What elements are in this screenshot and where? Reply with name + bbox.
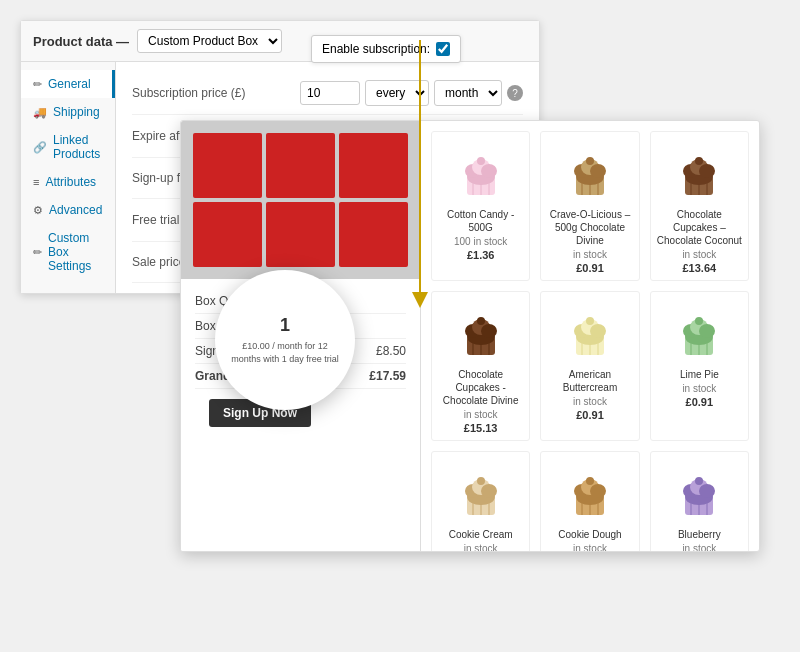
sidebar-item-shipping[interactable]: 🚚 Shipping [21, 98, 115, 126]
product-card[interactable]: Cookie Dough in stock £4.55 [540, 451, 639, 551]
tooltip-number: 1 [280, 315, 290, 336]
enable-subscription-checkbox[interactable] [436, 42, 450, 56]
sidebar-label-custom-box: Custom Box Settings [48, 231, 103, 273]
box-cell-5[interactable] [266, 202, 335, 267]
product-grid-panel: Cotton Candy - 500G 100 in stock £1.36 C… [421, 121, 759, 551]
svg-point-8 [481, 164, 497, 178]
subscription-price-row: Subscription price (£) every month day w… [132, 72, 523, 115]
product-card[interactable]: Blueberry in stock £4.55 [650, 451, 749, 551]
product-card[interactable]: Chocolate Cupcakes - Chocolate Divine in… [431, 291, 530, 441]
svg-point-9 [477, 157, 485, 165]
enable-subscription-box: Enable subscription: [311, 35, 461, 63]
product-stock: in stock [657, 383, 742, 394]
edit-icon: ✏ [33, 78, 42, 91]
product-price: £15.13 [438, 422, 523, 434]
shipping-icon: 🚚 [33, 106, 47, 119]
gear-icon: ⚙ [33, 204, 43, 217]
product-name: Crave-O-Licious – 500g Chocolate Divine [547, 208, 632, 247]
panel-sidebar: ✏ General 🚚 Shipping 🔗 Linked Products ≡… [21, 62, 116, 293]
product-stock: in stock [657, 249, 742, 260]
product-stock: in stock [438, 409, 523, 420]
svg-point-17 [590, 164, 606, 178]
box-cell-3[interactable] [339, 133, 408, 198]
subscription-help-icon[interactable]: ? [507, 85, 523, 101]
product-card[interactable]: Lime Pie in stock £0.91 [650, 291, 749, 441]
product-price: £0.91 [657, 396, 742, 408]
svg-point-72 [586, 477, 594, 485]
subscription-price-input[interactable] [300, 81, 360, 105]
product-card[interactable]: Chocolate Cupcakes – Chocolate Coconut i… [650, 131, 749, 281]
product-grid: Cotton Candy - 500G 100 in stock £1.36 C… [431, 131, 749, 551]
product-stock: in stock [657, 543, 742, 551]
attributes-icon: ≡ [33, 176, 39, 188]
sidebar-item-custom-box[interactable]: ✏ Custom Box Settings [21, 224, 115, 280]
svg-point-45 [586, 317, 594, 325]
svg-point-27 [695, 157, 703, 165]
sidebar-label-general: General [48, 77, 91, 91]
product-name: Cookie Dough [547, 528, 632, 541]
sidebar-label-advanced: Advanced [49, 203, 102, 217]
box-cell-4[interactable] [193, 202, 262, 267]
product-name: Blueberry [657, 528, 742, 541]
grand-total-value: £17.59 [369, 369, 406, 383]
product-image [438, 138, 523, 203]
svg-point-44 [590, 324, 606, 338]
svg-point-80 [699, 484, 715, 498]
product-stock: in stock [547, 543, 632, 551]
sidebar-label-linked: Linked Products [53, 133, 103, 161]
product-name: Chocolate Cupcakes – Chocolate Coconut [657, 208, 742, 247]
product-name: American Buttercream [547, 368, 632, 394]
box-grid [181, 121, 420, 279]
svg-point-62 [481, 484, 497, 498]
subscription-price-inputs: every month day week year ? [300, 80, 523, 106]
subscription-price-label: Subscription price (£) [132, 86, 292, 100]
custom-box-icon: ✏ [33, 246, 42, 259]
svg-point-71 [590, 484, 606, 498]
subscription-period-select[interactable]: month day week year [434, 80, 502, 106]
product-image [657, 298, 742, 363]
product-name: Chocolate Cupcakes - Chocolate Divine [438, 368, 523, 407]
product-name: Lime Pie [657, 368, 742, 381]
product-stock: in stock [438, 543, 523, 551]
svg-point-54 [695, 317, 703, 325]
svg-point-63 [477, 477, 485, 485]
box-cell-2[interactable] [266, 133, 335, 198]
sidebar-label-shipping: Shipping [53, 105, 100, 119]
box-cell-1[interactable] [193, 133, 262, 198]
product-price: £0.91 [547, 262, 632, 274]
svg-point-53 [699, 324, 715, 338]
signup-fee-info-value: £8.50 [376, 344, 406, 358]
tooltip-popup: 1 £10.00 / month for 12 months with 1 da… [215, 270, 355, 410]
sidebar-item-linked[interactable]: 🔗 Linked Products [21, 126, 115, 168]
product-name: Cookie Cream [438, 528, 523, 541]
product-image [438, 298, 523, 363]
svg-point-18 [586, 157, 594, 165]
tooltip-text: £10.00 / month for 12 months with 1 day … [231, 340, 339, 365]
product-image [547, 298, 632, 363]
sidebar-item-advanced[interactable]: ⚙ Advanced [21, 196, 115, 224]
panel-title: Product data — [33, 34, 129, 49]
subscription-every-select[interactable]: every [365, 80, 429, 106]
product-type-select[interactable]: Custom Product Box [137, 29, 282, 53]
product-image [547, 458, 632, 523]
product-card[interactable]: Cookie Cream in stock £4.55 [431, 451, 530, 551]
sidebar-item-attributes[interactable]: ≡ Attributes [21, 168, 115, 196]
product-card[interactable]: Crave-O-Licious – 500g Chocolate Divine … [540, 131, 639, 281]
sidebar-item-general[interactable]: ✏ General [21, 70, 115, 98]
svg-point-26 [699, 164, 715, 178]
product-price: £1.36 [438, 249, 523, 261]
product-price: £0.91 [547, 409, 632, 421]
product-stock: in stock [547, 396, 632, 407]
enable-subscription-label: Enable subscription: [322, 42, 430, 56]
svg-point-81 [695, 477, 703, 485]
product-image [657, 458, 742, 523]
sidebar-label-attributes: Attributes [45, 175, 96, 189]
product-image [547, 138, 632, 203]
product-card[interactable]: American Buttercream in stock £0.91 [540, 291, 639, 441]
product-card[interactable]: Cotton Candy - 500G 100 in stock £1.36 [431, 131, 530, 281]
product-image [657, 138, 742, 203]
product-stock: 100 in stock [438, 236, 523, 247]
box-cell-6[interactable] [339, 202, 408, 267]
product-price: £13.64 [657, 262, 742, 274]
product-image [438, 458, 523, 523]
